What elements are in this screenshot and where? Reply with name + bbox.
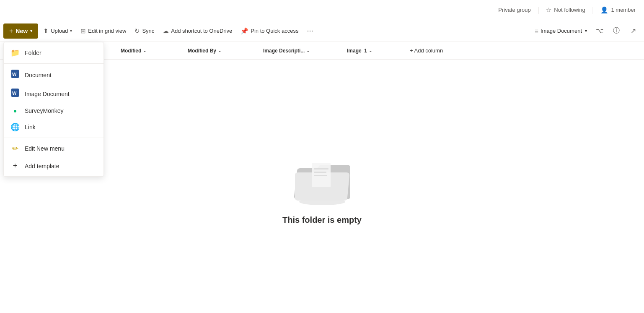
view-dropdown[interactable]: ≡ Image Document ▾ (531, 23, 590, 39)
image-document-label: Image Document (25, 91, 70, 97)
menu-item-image-document[interactable]: W Image Document (4, 84, 103, 103)
info-icon: ⓘ (613, 26, 620, 35)
pin-icon: 📌 (241, 27, 248, 35)
top-bar: Private group | ☆ Not following | 👤 1 me… (0, 0, 644, 20)
add-column-button[interactable]: + Add column (406, 47, 446, 54)
sort-modified-by-icon: ⌄ (218, 48, 221, 53)
view-icon: ≡ (535, 27, 538, 34)
col-modified-header[interactable]: Modified ⌄ (117, 48, 184, 54)
add-column-label: + Add column (410, 47, 443, 54)
add-shortcut-button[interactable]: ☁ Add shortcut to OneDrive (159, 23, 235, 39)
menu-item-edit-new-menu[interactable]: ✏ Edit New menu (4, 140, 103, 157)
grid-icon: ⊞ (80, 27, 86, 35)
separator1: | (538, 5, 540, 14)
surveymonkey-label: SurveyMonkey (25, 107, 64, 114)
pencil-icon: ✏ (10, 144, 20, 153)
menu-item-folder[interactable]: 📁 Folder (4, 44, 103, 62)
col-image1-label: Image_1 (347, 48, 367, 54)
menu-item-link[interactable]: 🌐 Link (4, 118, 103, 136)
upload-icon: ⬆ (43, 27, 49, 35)
folder-icon: 📁 (10, 48, 20, 57)
add-template-label: Add template (25, 163, 59, 170)
view-label: Image Document (541, 28, 582, 34)
globe-icon: 🌐 (10, 123, 20, 132)
user-icon: 👤 (600, 6, 608, 14)
surveymonkey-icon: ● (10, 107, 20, 114)
new-button[interactable]: + New ▾ (3, 23, 38, 39)
new-dropdown-menu: 📁 Folder W Document W Image Document (3, 42, 104, 177)
member-label: 1 member (611, 7, 636, 13)
cmd-right: ≡ Image Document ▾ ⌥ ⓘ ↗ (531, 23, 641, 39)
svg-text:W: W (12, 72, 17, 77)
menu-divider-1 (4, 63, 103, 64)
sort-image1-icon: ⌄ (369, 48, 372, 53)
more-icon: ··· (307, 26, 313, 35)
separator2: | (592, 5, 594, 14)
sync-label: Sync (142, 28, 154, 34)
filter-icon: ⌥ (596, 27, 603, 35)
private-group: Private group (498, 7, 530, 13)
empty-folder-message: This folder is empty (282, 215, 362, 225)
menu-item-surveymonkey[interactable]: ● SurveyMonkey (4, 103, 103, 118)
menu-item-document[interactable]: W Document (4, 65, 103, 84)
upload-chevron-icon: ▾ (70, 29, 72, 33)
svg-rect-6 (314, 168, 328, 170)
add-template-icon: + (10, 162, 20, 170)
document-label: Document (25, 72, 52, 78)
member-count: 👤 1 member (600, 6, 636, 14)
svg-rect-8 (314, 175, 327, 176)
col-modified-by-header[interactable]: Modified By ⌄ (184, 48, 260, 54)
star-icon: ☆ (546, 6, 551, 14)
sync-button[interactable]: ↻ Sync (131, 23, 158, 39)
private-group-label: Private group (498, 7, 530, 13)
upload-label: Upload (51, 28, 68, 34)
folder-label: Folder (25, 50, 41, 56)
expand-button[interactable]: ↗ (626, 23, 641, 39)
col-modified-by-label: Modified By (188, 48, 216, 54)
col-modified-label: Modified (121, 48, 141, 54)
expand-icon: ↗ (631, 27, 636, 35)
word-doc-icon: W (10, 70, 20, 80)
add-shortcut-label: Add shortcut to OneDrive (171, 28, 232, 34)
sort-image-desc-icon: ⌄ (306, 48, 310, 53)
empty-folder-illustration (289, 148, 356, 207)
chevron-down-icon: ▾ (30, 29, 32, 33)
pin-label: Pin to Quick access (251, 28, 298, 34)
plus-icon: + (9, 27, 13, 35)
col-image-desc-label: Image Descripti... (263, 48, 305, 54)
info-button[interactable]: ⓘ (609, 23, 624, 39)
sync-icon: ↻ (134, 27, 140, 35)
shortcut-icon: ☁ (163, 27, 169, 35)
menu-divider-2 (4, 138, 103, 138)
view-chevron-icon: ▾ (585, 29, 587, 33)
svg-text:W: W (12, 91, 17, 96)
upload-button[interactable]: ⬆ Upload ▾ (40, 23, 75, 39)
edit-grid-label: Edit in grid view (88, 28, 126, 34)
sort-modified-icon: ⌄ (143, 48, 146, 53)
pin-button[interactable]: 📌 Pin to Quick access (237, 23, 302, 39)
more-button[interactable]: ··· (303, 23, 316, 39)
svg-rect-7 (314, 172, 326, 173)
filter-button[interactable]: ⌥ (592, 23, 607, 39)
edit-grid-button[interactable]: ⊞ Edit in grid view (77, 23, 129, 39)
link-label: Link (25, 124, 36, 130)
word-img-icon: W (10, 89, 20, 99)
command-bar: + New ▾ ⬆ Upload ▾ ⊞ Edit in grid view ↻… (0, 20, 644, 42)
menu-item-add-template[interactable]: + Add template (4, 157, 103, 175)
edit-new-menu-label: Edit New menu (25, 145, 65, 152)
new-label: New (16, 28, 28, 34)
not-following-label: Not following (554, 7, 585, 13)
col-image-desc-header[interactable]: Image Descripti... ⌄ (260, 48, 344, 54)
not-following[interactable]: ☆ Not following (546, 6, 585, 14)
col-image1-header[interactable]: Image_1 ⌄ (344, 48, 406, 54)
